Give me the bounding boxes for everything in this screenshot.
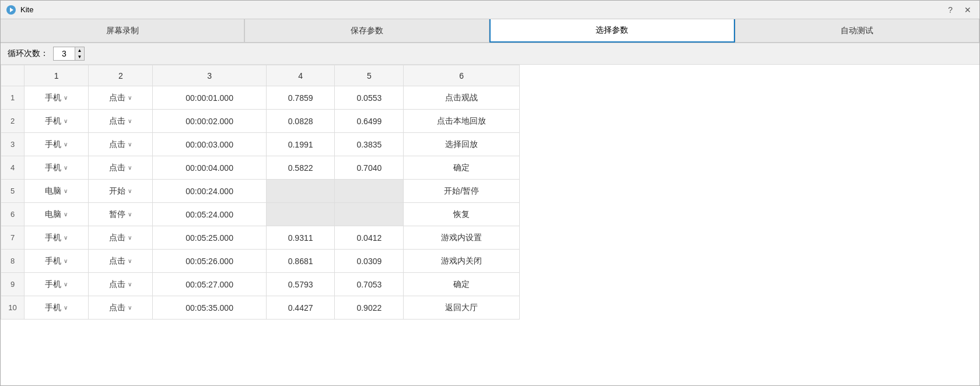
table-row: 4手机∨点击∨00:00:04.0000.58220.7040确定 <box>1 156 520 180</box>
chevron-icon: ∨ <box>64 141 68 148</box>
timestamp-cell: 00:05:35.000 <box>153 296 266 320</box>
chevron-icon: ∨ <box>128 188 132 194</box>
device-cell[interactable]: 手机∨ <box>24 86 89 110</box>
y-coord-cell <box>335 203 404 226</box>
y-coord-cell: 0.3835 <box>335 133 404 156</box>
chevron-icon: ∨ <box>128 281 132 287</box>
table-row: 2手机∨点击∨00:00:02.0000.08280.6499点击本地回放 <box>1 110 520 133</box>
spinner-arrows: ▲ ▼ <box>75 47 84 60</box>
action-name-cell: 返回大厅 <box>404 296 520 320</box>
loop-count-input[interactable]: 3 <box>54 47 75 60</box>
chevron-icon: ∨ <box>64 258 68 264</box>
y-coord-cell: 0.6499 <box>335 110 404 133</box>
x-coord-cell: 0.1991 <box>266 133 335 156</box>
chevron-icon: ∨ <box>128 211 132 217</box>
tab-screen-record[interactable]: 屏幕录制 <box>1 19 244 43</box>
action-cell[interactable]: 点击∨ <box>89 296 153 320</box>
y-coord-cell: 0.9022 <box>335 296 404 320</box>
data-table: 1 2 3 4 5 6 1手机∨点击∨00:00:01.0000.78590.0… <box>1 65 520 320</box>
device-cell[interactable]: 手机∨ <box>24 250 89 273</box>
window-title: Kite <box>20 5 33 14</box>
action-cell[interactable]: 点击∨ <box>89 86 153 110</box>
tab-auto-test[interactable]: 自动测试 <box>735 19 979 43</box>
timestamp-cell: 00:00:03.000 <box>153 133 266 156</box>
row-num-cell: 4 <box>1 156 24 180</box>
chevron-icon: ∨ <box>64 118 68 124</box>
action-name-cell: 游戏内设置 <box>404 226 520 250</box>
close-button[interactable]: ✕ <box>961 4 975 16</box>
title-bar-left: Kite <box>5 4 33 16</box>
action-cell[interactable]: 开始∨ <box>89 180 153 203</box>
row-num-cell: 3 <box>1 133 24 156</box>
timestamp-cell: 00:05:24.000 <box>153 203 266 226</box>
row-num-cell: 5 <box>1 180 24 203</box>
action-name-cell: 点击观战 <box>404 86 520 110</box>
action-name-cell: 开始/暂停 <box>404 180 520 203</box>
table-row: 8手机∨点击∨00:05:26.0000.86810.0309游戏内关闭 <box>1 250 520 273</box>
device-cell[interactable]: 手机∨ <box>24 296 89 320</box>
chevron-icon: ∨ <box>128 118 132 124</box>
table-row: 9手机∨点击∨00:05:27.0000.57930.7053确定 <box>1 273 520 296</box>
x-coord-cell: 0.4427 <box>266 296 335 320</box>
device-cell[interactable]: 手机∨ <box>24 273 89 296</box>
action-cell[interactable]: 点击∨ <box>89 250 153 273</box>
x-coord-cell: 0.5822 <box>266 156 335 180</box>
device-cell[interactable]: 手机∨ <box>24 133 89 156</box>
chevron-icon: ∨ <box>128 234 132 241</box>
spinner-down[interactable]: ▼ <box>75 54 84 60</box>
y-coord-cell <box>335 180 404 203</box>
chevron-icon: ∨ <box>128 94 132 101</box>
x-coord-cell: 0.7859 <box>266 86 335 110</box>
chevron-icon: ∨ <box>64 281 68 287</box>
title-bar: Kite ? ✕ <box>1 1 979 19</box>
timestamp-cell: 00:05:27.000 <box>153 273 266 296</box>
y-coord-cell: 0.0309 <box>335 250 404 273</box>
table-header-row: 1 2 3 4 5 6 <box>1 65 520 86</box>
action-cell[interactable]: 点击∨ <box>89 273 153 296</box>
action-cell[interactable]: 点击∨ <box>89 226 153 250</box>
action-name-cell: 选择回放 <box>404 133 520 156</box>
tab-select-params[interactable]: 选择参数 <box>489 19 735 43</box>
table-row: 1手机∨点击∨00:00:01.0000.78590.0553点击观战 <box>1 86 520 110</box>
chevron-icon: ∨ <box>128 141 132 148</box>
device-cell[interactable]: 手机∨ <box>24 110 89 133</box>
toolbar: 屏幕录制 保存参数 选择参数 自动测试 <box>1 19 979 43</box>
action-cell[interactable]: 点击∨ <box>89 133 153 156</box>
loop-label: 循环次数： <box>8 48 48 59</box>
device-cell[interactable]: 手机∨ <box>24 156 89 180</box>
chevron-icon: ∨ <box>64 211 68 217</box>
timestamp-cell: 00:05:26.000 <box>153 250 266 273</box>
col-header-1: 1 <box>24 65 89 86</box>
device-cell[interactable]: 电脑∨ <box>24 180 89 203</box>
action-cell[interactable]: 暂停∨ <box>89 203 153 226</box>
x-coord-cell: 0.8681 <box>266 250 335 273</box>
action-cell[interactable]: 点击∨ <box>89 110 153 133</box>
tab-save-params[interactable]: 保存参数 <box>244 19 489 43</box>
row-num-cell: 10 <box>1 296 24 320</box>
chevron-icon: ∨ <box>128 258 132 264</box>
row-num-cell: 1 <box>1 86 24 110</box>
chevron-icon: ∨ <box>64 234 68 241</box>
action-cell[interactable]: 点击∨ <box>89 156 153 180</box>
table-body: 1手机∨点击∨00:00:01.0000.78590.0553点击观战2手机∨点… <box>1 86 520 320</box>
col-header-2: 2 <box>89 65 153 86</box>
y-coord-cell: 0.7040 <box>335 156 404 180</box>
action-name-cell: 游戏内关闭 <box>404 250 520 273</box>
x-coord-cell: 0.0828 <box>266 110 335 133</box>
col-header-3: 3 <box>153 65 266 86</box>
chevron-icon: ∨ <box>64 304 68 311</box>
spinner-up[interactable]: ▲ <box>75 47 84 54</box>
device-cell[interactable]: 电脑∨ <box>24 203 89 226</box>
action-name-cell: 确定 <box>404 156 520 180</box>
table-row: 5电脑∨开始∨00:00:24.000开始/暂停 <box>1 180 520 203</box>
table-row: 10手机∨点击∨00:05:35.0000.44270.9022返回大厅 <box>1 296 520 320</box>
row-num-cell: 2 <box>1 110 24 133</box>
x-coord-cell <box>266 203 335 226</box>
timestamp-cell: 00:00:01.000 <box>153 86 266 110</box>
help-button[interactable]: ? <box>944 4 956 16</box>
y-coord-cell: 0.7053 <box>335 273 404 296</box>
chevron-icon: ∨ <box>128 304 132 311</box>
device-cell[interactable]: 手机∨ <box>24 226 89 250</box>
title-bar-controls: ? ✕ <box>944 4 975 16</box>
timestamp-cell: 00:00:24.000 <box>153 180 266 203</box>
